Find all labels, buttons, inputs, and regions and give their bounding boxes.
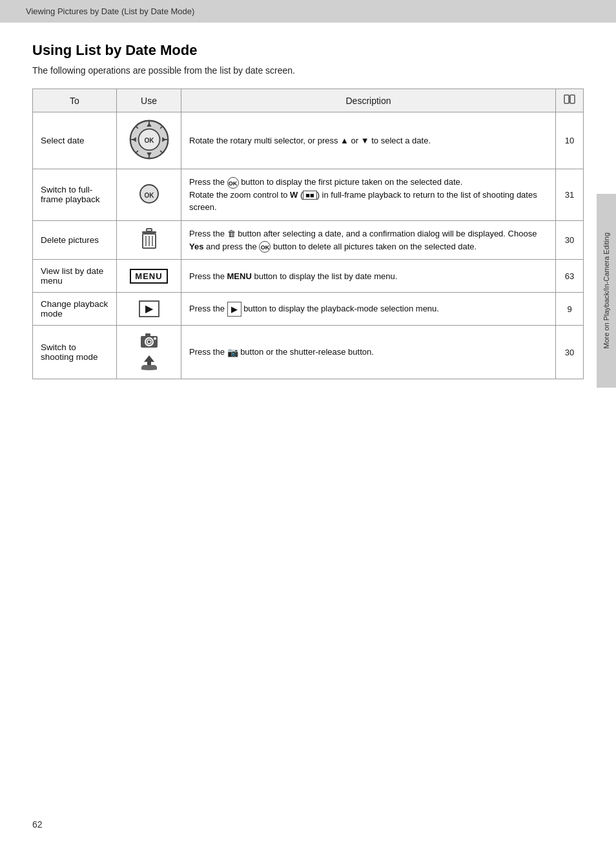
- col-header-to: To: [33, 89, 117, 112]
- shooting-mode-icons: [125, 332, 173, 372]
- page-title: Using List by Date Mode: [32, 42, 584, 59]
- svg-rect-0: [564, 95, 569, 103]
- side-label-container: More on Playback/In-Camera Editing: [597, 194, 616, 388]
- cell-ref-menu: 63: [556, 260, 584, 293]
- cell-ref-delete: 30: [556, 220, 584, 260]
- svg-rect-29: [145, 333, 150, 337]
- menu-button-icon: MENU: [130, 269, 167, 284]
- cell-use-playback: ▶: [117, 293, 181, 326]
- cell-use-select-date: OK: [117, 112, 181, 169]
- cell-to-delete: Delete pictures: [33, 220, 117, 260]
- cell-use-fullframe: OK: [117, 169, 181, 221]
- page-header: Viewing Pictures by Date (List by Date M…: [0, 0, 616, 23]
- cell-to-shooting: Switch to shooting mode: [33, 326, 117, 379]
- svg-marker-31: [144, 355, 154, 362]
- cell-to-fullframe: Switch to full-frame playback: [33, 169, 117, 221]
- cell-desc-select-date: Rotate the rotary multi selector, or pre…: [181, 112, 556, 169]
- cell-ref-shooting: 30: [556, 326, 584, 379]
- cell-to-playback: Change playback mode: [33, 293, 117, 326]
- table-row: Change playback mode ▶ Press the ▶ butto…: [33, 293, 584, 326]
- table-row: Delete pictures: [33, 220, 584, 260]
- col-header-desc: Description: [181, 89, 556, 112]
- playback-button-icon: ▶: [139, 300, 159, 317]
- cell-use-shooting: [117, 326, 181, 379]
- col-header-use: Use: [117, 89, 181, 112]
- cell-desc-shooting: Press the 📷 button or the shutter-releas…: [181, 326, 556, 379]
- ok-button-icon: OK: [139, 183, 159, 204]
- cell-ref-fullframe: 31: [556, 169, 584, 221]
- cell-to-select-date: Select date: [33, 112, 117, 169]
- operations-table: To Use Description Select date: [32, 89, 584, 379]
- cell-ref-select-date: 10: [556, 112, 584, 169]
- cell-use-menu: MENU: [117, 260, 181, 293]
- shutter-release-icon: [136, 353, 162, 372]
- cell-desc-menu: Press the MENU button to display the lis…: [181, 260, 556, 293]
- header-title: Viewing Pictures by Date (List by Date M…: [26, 6, 194, 16]
- side-label: More on Playback/In-Camera Editing: [602, 233, 610, 349]
- svg-rect-21: [147, 229, 152, 231]
- svg-rect-1: [570, 95, 575, 103]
- svg-text:OK: OK: [144, 191, 154, 198]
- page-content: Using List by Date Mode The following op…: [0, 23, 616, 399]
- col-header-ref: [556, 89, 584, 112]
- cell-use-delete: [117, 220, 181, 260]
- trash-icon: [139, 227, 159, 251]
- table-row: View list by date menu MENU Press the ME…: [33, 260, 584, 293]
- rotary-dial-icon: OK: [128, 119, 170, 160]
- table-row: Switch to shooting mode: [33, 326, 584, 379]
- svg-text:OK: OK: [144, 137, 154, 144]
- page-number: 62: [32, 819, 43, 830]
- page-intro: The following operations are possible fr…: [32, 65, 584, 76]
- cell-desc-delete: Press the 🗑 button after selecting a dat…: [181, 220, 556, 260]
- book-icon: [564, 94, 575, 105]
- cell-to-menu: View list by date menu: [33, 260, 117, 293]
- cell-desc-fullframe: Press the OK button to display the first…: [181, 169, 556, 221]
- cell-ref-playback: 9: [556, 293, 584, 326]
- table-row: Select date: [33, 112, 584, 169]
- camera-icon: [139, 332, 159, 349]
- svg-point-30: [154, 337, 156, 340]
- table-row: Switch to full-frame playback OK Press t…: [33, 169, 584, 221]
- cell-desc-playback: Press the ▶ button to display the playba…: [181, 293, 556, 326]
